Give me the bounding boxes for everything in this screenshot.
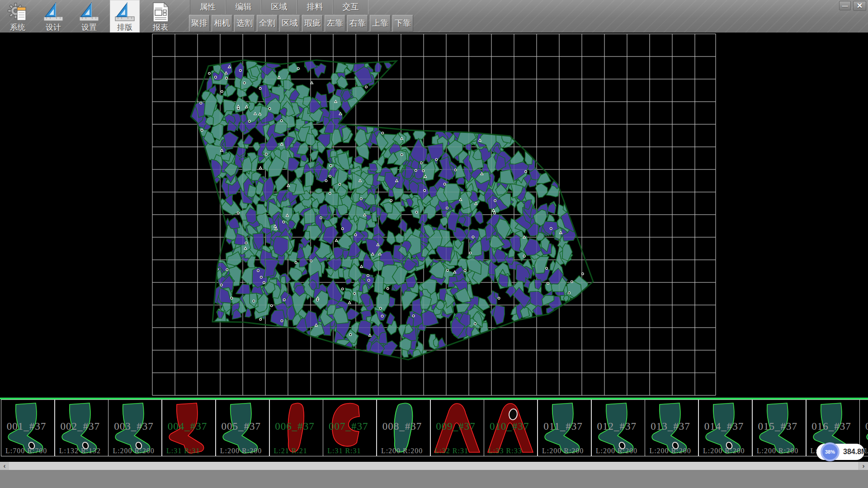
toolbar-button-design[interactable]: 设计 xyxy=(38,0,68,33)
piece-thumbnail[interactable]: 004_#37L:31 R:31 xyxy=(162,399,216,456)
piece-lr-count: L:200 R:200 xyxy=(649,447,691,455)
piece-id: 013_#37 xyxy=(645,421,695,432)
toolbar: 系统设计设置排版报表 属性编辑区域排料交互 聚排相机选割全割区域瑕疵左靠右靠上靠… xyxy=(0,0,868,33)
menu-tab-bar: 属性编辑区域排料交互 xyxy=(190,0,368,14)
piece-thumbnail[interactable]: 002_#37L:132 R:132 xyxy=(55,399,108,456)
piece-thumbnail[interactable]: 003_#37L:200 R:200 xyxy=(108,399,162,456)
piece-id: 009_#37 xyxy=(431,421,481,432)
scroll-left-arrow[interactable]: ‹ xyxy=(0,462,9,470)
toolbar-button-system[interactable]: 系统 xyxy=(3,0,33,33)
piece-id: 012_#37 xyxy=(592,421,642,432)
piece-thumbnail[interactable]: 014_#37L:200 R:200 xyxy=(698,399,752,456)
piece-lr-count: L:32 R:31 xyxy=(435,447,468,455)
piece-id: 008_#37 xyxy=(377,421,427,432)
piece-lr-count: L:200 R:200 xyxy=(381,447,423,455)
menu-tab-properties[interactable]: 属性 xyxy=(190,0,226,14)
menu-tab-interact[interactable]: 交互 xyxy=(333,0,368,14)
piece-thumbnail[interactable]: 010_#37L:33 R:33 xyxy=(484,399,538,456)
minimize-button[interactable]: — xyxy=(839,1,851,10)
piece-id: 005_#37 xyxy=(216,421,266,432)
window-controls: — ✕ xyxy=(839,1,866,11)
piece-id: 017_#37 xyxy=(860,421,868,432)
window-footer xyxy=(0,470,868,488)
set-square-icon xyxy=(43,2,64,23)
action-button-bar: 聚排相机选割全割区域瑕疵左靠右靠上靠下靠 xyxy=(189,15,413,32)
piece-lr-count: L:200 R:200 xyxy=(703,447,745,455)
toolbar-button-nesting[interactable]: 排版 xyxy=(110,0,140,33)
action-button-cluster-nest[interactable]: 聚排 xyxy=(189,15,210,32)
piece-thumbnail[interactable]: 012_#37L:200 R:200 xyxy=(591,399,645,456)
nesting-canvas[interactable] xyxy=(0,33,868,398)
main-toolbar: 系统设计设置排版报表 xyxy=(3,0,175,33)
action-button-camera[interactable]: 相机 xyxy=(212,15,232,32)
gear-doc-icon xyxy=(7,2,28,23)
menu-tab-edit[interactable]: 编辑 xyxy=(226,0,261,14)
report-doc-icon xyxy=(150,2,171,23)
piece-id: 002_#37 xyxy=(55,421,105,432)
strip-gap xyxy=(0,456,868,462)
piece-thumbnail[interactable]: 015_#37L:200 R:200 xyxy=(752,399,806,456)
nesting-canvas-svg xyxy=(0,33,868,398)
toolbar-button-label: 设置 xyxy=(81,23,97,32)
piece-lr-count: L:33 R:33 xyxy=(488,447,522,455)
piece-lr-count: L:200 R:200 xyxy=(757,447,798,455)
scroll-right-arrow[interactable]: › xyxy=(859,462,868,470)
piece-id: 014_#37 xyxy=(699,421,749,432)
toolbar-button-report[interactable]: 报表 xyxy=(146,0,175,33)
toolbar-button-label: 排版 xyxy=(117,23,132,32)
piece-thumbnail[interactable]: 007_#37L:31 R:31 xyxy=(323,399,377,456)
piece-thumbnail[interactable]: 009_#37L:32 R:31 xyxy=(430,399,484,456)
application-window: 系统设计设置排版报表 属性编辑区域排料交互 聚排相机选割全割区域瑕疵左靠右靠上靠… xyxy=(0,0,868,488)
set-square-icon xyxy=(79,2,99,23)
memory-value: 384.8M xyxy=(843,444,867,460)
menu-tab-nest[interactable]: 排料 xyxy=(297,0,333,14)
close-button[interactable]: ✕ xyxy=(853,1,866,11)
action-button-cut-all[interactable]: 全割 xyxy=(257,15,278,32)
piece-lr-count: L:200 R:200 xyxy=(596,447,637,455)
piece-id: 011_#37 xyxy=(538,421,588,432)
piece-lr-count: L:31 R:31 xyxy=(166,447,200,455)
piece-thumbnail[interactable]: 001_#37L:700 R:700 xyxy=(1,399,55,456)
piece-lr-count: L:200 R:200 xyxy=(542,447,584,455)
toolbar-button-settings[interactable]: 设置 xyxy=(74,0,104,33)
set-square-icon xyxy=(114,2,135,23)
horizontal-scrollbar[interactable]: ‹ › xyxy=(0,462,868,470)
piece-id: 007_#37 xyxy=(323,421,373,432)
piece-thumbnail[interactable]: 006_#37L:21 R:21 xyxy=(269,399,323,456)
piece-id: 004_#37 xyxy=(162,421,212,432)
pieces-strip: 001_#37L:700 R:700002_#37L:132 R:132003_… xyxy=(0,399,868,456)
piece-id: 016_#37 xyxy=(807,421,857,432)
toolbar-button-label: 设计 xyxy=(46,23,61,32)
action-button-align-bottom[interactable]: 下靠 xyxy=(392,15,413,32)
action-button-align-right[interactable]: 右靠 xyxy=(347,15,368,32)
piece-thumbnail[interactable]: 011_#37L:200 R:200 xyxy=(538,399,591,456)
piece-lr-count: L:132 R:132 xyxy=(59,447,101,455)
nested-pieces xyxy=(191,56,588,361)
piece-lr-count: L:21 R:21 xyxy=(274,447,307,455)
action-button-align-top[interactable]: 上靠 xyxy=(370,15,391,32)
action-button-select-cut[interactable]: 选割 xyxy=(234,15,255,32)
piece-thumbnail[interactable]: 005_#37L:200 R:200 xyxy=(216,399,269,456)
action-button-align-left[interactable]: 左靠 xyxy=(325,15,345,32)
menu-tab-region[interactable]: 区域 xyxy=(261,0,297,14)
memory-badge: 38% 384.8M xyxy=(816,444,864,460)
piece-id: 015_#37 xyxy=(753,421,803,432)
action-button-region[interactable]: 区域 xyxy=(279,15,300,32)
piece-thumbnail[interactable]: 008_#37L:200 R:200 xyxy=(377,399,430,456)
piece-id: 003_#37 xyxy=(108,421,159,432)
piece-lr-count: L:31 R:31 xyxy=(327,447,361,455)
piece-lr-count: L:200 R:200 xyxy=(113,447,154,455)
piece-thumbnail[interactable]: 013_#37L:200 R:200 xyxy=(645,399,698,456)
toolbar-button-label: 系统 xyxy=(10,23,25,32)
piece-lr-count: L:700 R:700 xyxy=(5,447,47,455)
piece-id: 006_#37 xyxy=(270,421,320,432)
piece-id: 010_#37 xyxy=(484,421,534,432)
progress-circle: 38% xyxy=(821,442,840,461)
toolbar-button-label: 报表 xyxy=(153,23,168,32)
piece-id: 001_#37 xyxy=(1,421,52,432)
piece-lr-count: L:200 R:200 xyxy=(220,447,262,455)
action-button-defect[interactable]: 瑕疵 xyxy=(302,15,323,32)
scroll-track[interactable] xyxy=(9,462,859,470)
